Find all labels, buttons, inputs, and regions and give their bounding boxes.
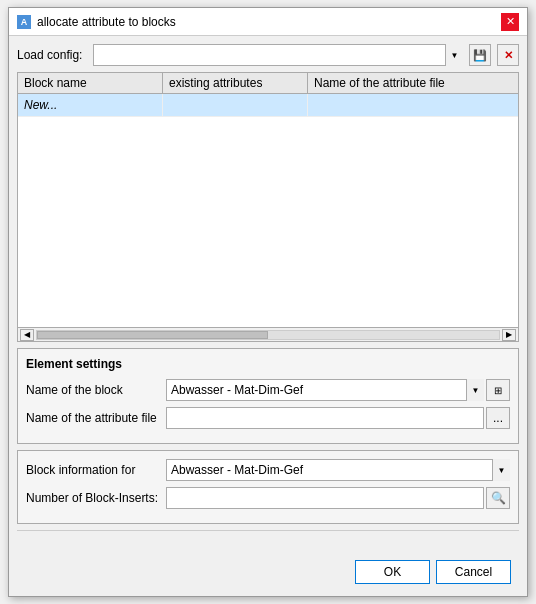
block-info-select-wrapper: Abwasser - Mat-Dim-Gef ▼ (166, 459, 510, 481)
inserts-input[interactable] (166, 487, 484, 509)
cancel-button[interactable]: Cancel (436, 560, 511, 584)
block-info-row: Block information for Abwasser - Mat-Dim… (26, 459, 510, 481)
col-block-name: Block name (18, 73, 163, 93)
inserts-search-button[interactable]: 🔍 (486, 487, 510, 509)
attribute-file-input[interactable] (166, 407, 484, 429)
dots-icon: ... (493, 411, 503, 425)
block-name-label: Name of the block (26, 383, 166, 397)
dialog-icon: A (17, 15, 31, 29)
delete-config-button[interactable]: ✕ (497, 44, 519, 66)
dialog-title: allocate attribute to blocks (37, 15, 176, 29)
col-existing-attributes: existing attributes (163, 73, 308, 93)
attribute-file-dots-button[interactable]: ... (486, 407, 510, 429)
block-info-select[interactable]: Abwasser - Mat-Dim-Gef (166, 459, 510, 481)
inserts-row: Number of Block-Inserts: 🔍 (26, 487, 510, 509)
close-button[interactable]: ✕ (501, 13, 519, 31)
blocks-table: Block name existing attributes Name of t… (17, 72, 519, 342)
titlebar-left: A allocate attribute to blocks (17, 15, 176, 29)
table-header: Block name existing attributes Name of t… (18, 73, 518, 94)
horizontal-scrollbar[interactable]: ◀ ▶ (18, 327, 518, 341)
block-info-label: Block information for (26, 463, 166, 477)
block-name-select-wrapper: Abwasser - Mat-Dim-Gef ▼ (166, 379, 484, 401)
table-body: New... (18, 94, 518, 327)
save-icon: 💾 (473, 49, 487, 62)
footer-bar (17, 530, 519, 550)
element-settings-section: Element settings Name of the block Abwas… (17, 348, 519, 444)
scroll-left-btn[interactable]: ◀ (20, 329, 34, 341)
block-name-select[interactable]: Abwasser - Mat-Dim-Gef (166, 379, 484, 401)
dialog-content: Load config: ▼ 💾 ✕ Block name existing a… (9, 36, 527, 596)
table-row[interactable]: New... (18, 94, 518, 117)
attribute-file-row: Name of the attribute file ... (26, 407, 510, 429)
scroll-right-btn[interactable]: ▶ (502, 329, 516, 341)
element-settings-title: Element settings (26, 357, 510, 371)
load-config-label: Load config: (17, 48, 87, 62)
main-dialog: A allocate attribute to blocks ✕ Load co… (8, 7, 528, 597)
load-config-select[interactable] (93, 44, 463, 66)
bottom-buttons: OK Cancel (17, 556, 519, 588)
scroll-track[interactable] (36, 330, 500, 340)
titlebar: A allocate attribute to blocks ✕ (9, 8, 527, 36)
block-grid-button[interactable]: ⊞ (486, 379, 510, 401)
inserts-label: Number of Block-Inserts: (26, 491, 166, 505)
cell-block-name: New... (18, 94, 163, 116)
block-info-section: Block information for Abwasser - Mat-Dim… (17, 450, 519, 524)
load-config-row: Load config: ▼ 💾 ✕ (17, 44, 519, 66)
save-config-button[interactable]: 💾 (469, 44, 491, 66)
load-config-select-wrapper: ▼ (93, 44, 463, 66)
grid-icon: ⊞ (494, 385, 502, 396)
delete-icon: ✕ (504, 49, 513, 62)
cell-attr-file (308, 94, 518, 116)
cell-existing-attrs (163, 94, 308, 116)
attribute-file-label: Name of the attribute file (26, 411, 166, 425)
block-name-row: Name of the block Abwasser - Mat-Dim-Gef… (26, 379, 510, 401)
ok-button[interactable]: OK (355, 560, 430, 584)
scroll-thumb (37, 331, 268, 339)
search-icon: 🔍 (491, 491, 506, 505)
col-attribute-file: Name of the attribute file (308, 73, 518, 93)
